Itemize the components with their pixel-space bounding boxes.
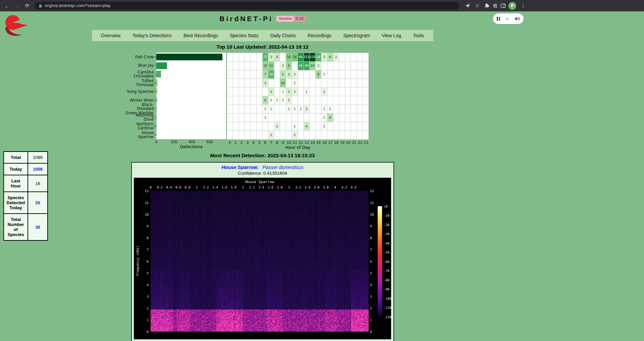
species-common-link[interactable]: House Sparrow: (221, 165, 259, 170)
heatmap-cell: 3 (286, 88, 292, 96)
heatmap-cell (251, 88, 257, 96)
heatmap-cell (257, 105, 263, 114)
heatmap-cell (327, 96, 333, 105)
url-bar[interactable]: virginia.birdnetpi.com/?stream=play (35, 2, 460, 10)
heatmap-cell (327, 70, 333, 79)
hour-tick: 0 (227, 140, 233, 145)
heatmap-cell (239, 131, 245, 139)
nav-item-view-log[interactable]: View Log (382, 33, 401, 38)
volume-icon[interactable] (515, 16, 520, 21)
heatmap-cell (251, 105, 257, 114)
heatmap-cell (298, 70, 304, 79)
menu-kebab-icon[interactable]: ⋮ (519, 1, 528, 10)
hour-tick: 6 (262, 140, 268, 145)
heatmap-cell (233, 70, 239, 79)
species-scientific-link[interactable]: Passer domesticus (262, 165, 304, 170)
nav-item-daily-charts[interactable]: Daily Charts (270, 33, 296, 38)
heatmap-cell (227, 122, 233, 131)
heatmap-cell (280, 131, 286, 139)
birdnetpi-logo[interactable] (3, 14, 28, 38)
heatmap-cell (280, 53, 286, 62)
bookmark-star-icon[interactable]: ☆ (473, 1, 482, 10)
sono-ytick: 3 (139, 295, 149, 298)
sono-xtick: 0.6 (175, 185, 181, 189)
heatmap-cell (298, 88, 304, 96)
heatmap-cell: 26 (268, 70, 274, 79)
heatmap-cell: 6 (263, 96, 269, 105)
spectrogram-y-axis-label: Frequency (kHz) (136, 227, 140, 294)
heatmap-cell: 9 (316, 70, 322, 79)
heatmap-cell (339, 62, 345, 70)
nav-item-tools[interactable]: Tools (413, 33, 424, 38)
heatmap-cell (239, 88, 245, 96)
hour-tick: 21 (351, 140, 357, 145)
heatmap-cell: 10 (310, 62, 316, 70)
heatmap-cell: 1 (263, 114, 269, 122)
audio-player[interactable] (493, 13, 524, 24)
reload-icon[interactable]: ⟳ (23, 1, 32, 10)
stats-value[interactable]: 30 (28, 214, 48, 240)
heatmap-cell (310, 96, 316, 105)
heatmap-cell (363, 105, 369, 114)
sono-ytick: 11 (370, 201, 379, 205)
nav-item-today-s-detections[interactable]: Today's Detections (132, 33, 172, 38)
side-panel-icon[interactable] (500, 3, 506, 8)
heatmap-cell: 28 (316, 53, 322, 62)
stats-label: Last Hour (4, 175, 28, 192)
nav-item-species-stats[interactable]: Species Stats (230, 33, 259, 38)
heatmap-cell (251, 122, 257, 131)
heatmap-cell (239, 114, 245, 122)
heatmap-cell (316, 114, 322, 122)
heatmap-cell (245, 88, 251, 96)
hour-tick: 3 (245, 140, 251, 145)
back-icon[interactable]: ← (3, 1, 11, 10)
heatmap-cell (351, 62, 357, 70)
send-icon[interactable] (465, 3, 470, 8)
nav-item-best-recordings[interactable]: Best Recordings (183, 33, 218, 38)
heatmap-cell (274, 62, 280, 70)
heatmap-cell (251, 114, 257, 122)
heatmap-cell (298, 79, 304, 88)
stats-value[interactable]: 1006 (28, 163, 48, 175)
heatmap-cell (257, 70, 263, 79)
nav-item-overview[interactable]: Overview (101, 33, 120, 38)
version-label: Version (276, 16, 294, 22)
nav-item-spectrogram[interactable]: Spectrogram (343, 33, 370, 38)
heatmap-cell (263, 88, 269, 96)
heatmap-cell (257, 122, 263, 131)
nav-item-recordings[interactable]: Recordings (308, 33, 331, 38)
detections-bar (156, 88, 157, 95)
heatmap-cell (316, 96, 322, 105)
profile-avatar[interactable]: P (508, 2, 516, 10)
heatmap-cell (357, 88, 363, 96)
forward-icon[interactable]: → (13, 1, 21, 10)
extensions-icon[interactable] (484, 3, 490, 8)
stats-value[interactable]: 25 (28, 192, 48, 214)
top10-heading: Top 10 Last Updated: 2022-04-13 18:12 (0, 44, 525, 50)
sono-xtick: 2.2 (249, 185, 255, 189)
bar-row (156, 78, 226, 87)
heatmap-cell (339, 88, 345, 96)
hour-tick: 1 (233, 140, 239, 145)
heatmap-cell (351, 114, 357, 122)
sono-ytick: 6 (139, 260, 149, 263)
pause-icon[interactable] (497, 17, 500, 21)
version-value: 0.13 (294, 16, 305, 22)
heatmap-cell: 3 (268, 88, 274, 96)
heatmap-cell: 1 (280, 96, 286, 105)
heatmap-cell (227, 96, 233, 105)
sono-ytick: 11 (139, 201, 149, 205)
stats-value: 16 (28, 175, 48, 192)
heatmap-cell (339, 53, 345, 62)
stats-row: Species Detected Today25 (4, 192, 48, 214)
sono-ytick: 12 (370, 189, 379, 193)
media-controls-icon[interactable] (492, 3, 498, 8)
heatmap-cell (327, 122, 333, 131)
heatmap-cell (321, 62, 327, 70)
colorbar-tick: -80 (384, 278, 389, 282)
stats-row: Last Hour16 (4, 175, 48, 192)
hour-tick: 4 (251, 140, 257, 145)
heatmap-cell (310, 131, 316, 139)
heatmap-cell: 1 (292, 105, 298, 114)
heatmap-cell: 5 (280, 70, 286, 79)
